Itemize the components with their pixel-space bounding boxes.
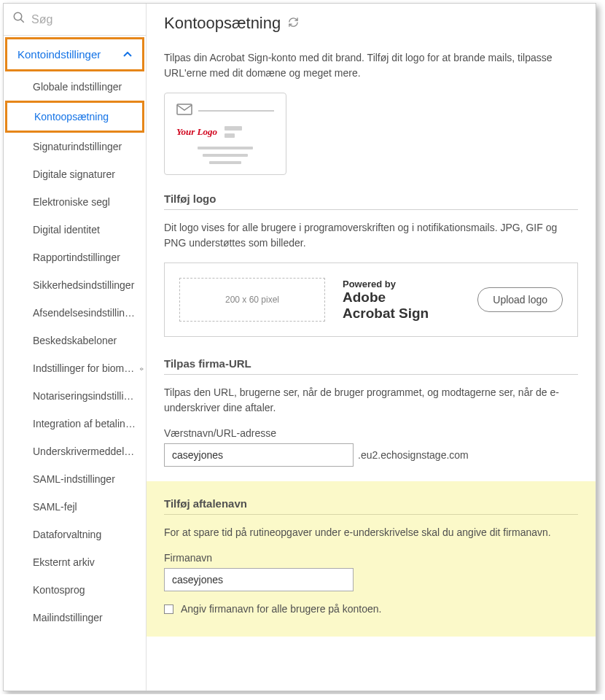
nav-item-saml-fejl[interactable]: SAML-fejl xyxy=(4,493,146,521)
app-container: Kontoindstillinger Globale indstillinger… xyxy=(3,3,596,691)
nav-item-signaturindstillinger[interactable]: Signaturindstillinger xyxy=(4,133,146,160)
company-name-label: Firmanavn xyxy=(164,552,578,564)
powered-by-brand1: Adobe xyxy=(343,289,460,306)
hostname-input[interactable] xyxy=(164,443,354,467)
nav-item-sikkerhedsindstillinger[interactable]: Sikkerhedsindstillinger xyxy=(4,271,146,299)
nav-header-kontoindstillinger[interactable]: Kontoindstillinger xyxy=(5,37,144,71)
nav-item-eksternt-arkiv[interactable]: Eksternt arkiv xyxy=(4,548,146,576)
page-title: Kontoopsætning xyxy=(164,14,281,33)
chevron-up-icon xyxy=(123,50,132,60)
nav-item-biomedicin[interactable]: Indstillinger for biomedicin xyxy=(4,354,146,382)
search-box[interactable] xyxy=(4,4,146,36)
nav-item-kontoopsætning[interactable]: Kontoopsætning xyxy=(5,101,144,133)
logo-upload-panel: 200 x 60 pixel Powered by Adobe Acrobat … xyxy=(164,262,578,337)
logo-section-title: Tilføj logo xyxy=(164,192,578,210)
logo-placeholder: 200 x 60 pixel xyxy=(179,278,325,322)
logo-section-desc: Dit logo vises for alle brugere i progra… xyxy=(164,220,578,251)
preview-logo-text: Your Logo xyxy=(176,126,217,138)
intro-text: Tilpas din Acrobat Sign-konto med dit br… xyxy=(164,50,578,81)
nav-item-integration-betalinger[interactable]: Integration af betalinger xyxy=(4,410,146,438)
hostname-label: Værstnavn/URL-adresse xyxy=(164,427,578,439)
url-suffix: .eu2.echosignstage.com xyxy=(358,449,469,461)
search-icon xyxy=(12,11,26,28)
svg-point-0 xyxy=(14,12,22,20)
refresh-icon[interactable] xyxy=(288,17,299,30)
agreement-section-title: Tilføj aftalenavn xyxy=(164,497,578,515)
nav-item-globale-indstillinger[interactable]: Globale indstillinger xyxy=(4,73,146,101)
page-title-row: Kontoopsætning xyxy=(164,14,578,33)
agreement-name-section: Tilføj aftalenavn For at spare tid på ru… xyxy=(147,481,596,637)
nav-item-digital-identitet[interactable]: Digital identitet xyxy=(4,216,146,244)
nav-list: Globale indstillinger Kontoopsætning Sig… xyxy=(4,73,146,631)
nav-item-digitale-signaturer[interactable]: Digitale signaturer xyxy=(4,160,146,188)
sidebar: Kontoindstillinger Globale indstillinger… xyxy=(4,4,147,691)
svg-line-1 xyxy=(20,19,24,23)
upload-logo-button[interactable]: Upload logo xyxy=(477,287,563,312)
nav-item-rapportindstillinger[interactable]: Rapportindstillinger xyxy=(4,244,146,271)
nav-item-notariseringsindstillinger[interactable]: Notariseringsindstillinger xyxy=(4,382,146,410)
powered-by-block: Powered by Adobe Acrobat Sign xyxy=(343,279,460,322)
email-preview-card: Your Logo xyxy=(164,93,286,175)
nav-item-dataforvaltning[interactable]: Dataforvaltning xyxy=(4,521,146,548)
nav-item-kontosprog[interactable]: Kontosprog xyxy=(4,576,146,604)
nav-item-afsendelsesindstillinger[interactable]: Afsendelsesindstillinger xyxy=(4,299,146,327)
company-name-input[interactable] xyxy=(164,568,354,591)
url-row: .eu2.echosignstage.com xyxy=(164,443,578,467)
svg-rect-2 xyxy=(177,104,192,114)
url-section-desc: Tilpas den URL, brugerne ser, når de bru… xyxy=(164,385,578,416)
url-section-title: Tilpas firma-URL xyxy=(164,357,578,375)
powered-by-label: Powered by xyxy=(343,279,460,289)
search-input[interactable] xyxy=(31,13,147,26)
nav-item-underskrivermeddelelser[interactable]: Underskrivermeddelelser xyxy=(4,438,146,465)
checkbox-row: Angiv firmanavn for alle brugere på kont… xyxy=(164,603,578,615)
main-content: Kontoopsætning Tilpas din Acrobat Sign-k… xyxy=(147,4,596,691)
nav-item-mailindstillinger[interactable]: Mailindstillinger xyxy=(4,604,146,631)
nav-header-label: Kontoindstillinger xyxy=(17,48,101,61)
envelope-icon xyxy=(176,104,192,117)
nav-item-elektroniske-segl[interactable]: Elektroniske segl xyxy=(4,188,146,216)
powered-by-brand2: Acrobat Sign xyxy=(343,306,460,322)
checkbox-label: Angiv firmanavn for alle brugere på kont… xyxy=(181,603,382,615)
nav-item-saml-indstillinger[interactable]: SAML-indstillinger xyxy=(4,465,146,493)
nav-item-beskedskabeloner[interactable]: Beskedskabeloner xyxy=(4,327,146,354)
set-company-all-users-checkbox[interactable] xyxy=(164,604,173,614)
agreement-section-desc: For at spare tid på rutineopgaver under … xyxy=(164,525,578,540)
